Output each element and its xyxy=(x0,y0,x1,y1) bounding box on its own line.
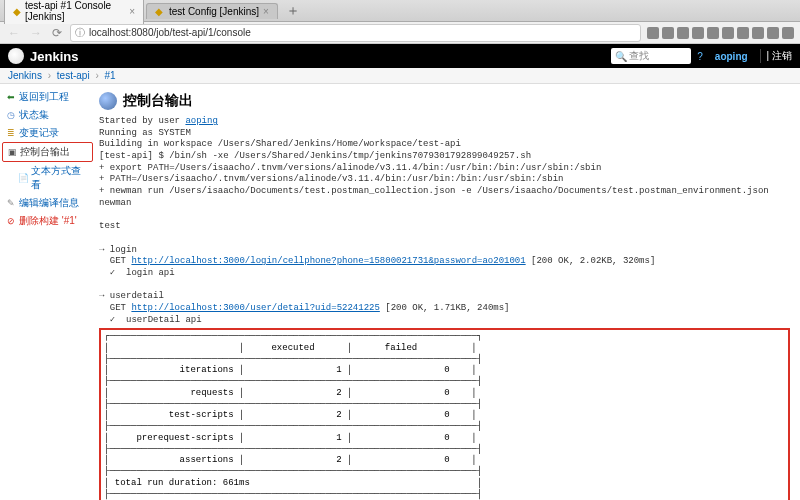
chevron-right-icon: › xyxy=(48,70,51,81)
jenkins-favicon-icon: ◆ xyxy=(13,6,21,16)
sidebar-item-label: 文本方式查看 xyxy=(31,164,89,192)
sidebar-item-back[interactable]: ⬅ 返回到工程 xyxy=(2,88,93,106)
extension-icon[interactable] xyxy=(767,27,779,39)
forward-button[interactable]: → xyxy=(28,26,44,40)
page-heading: 控制台输出 xyxy=(99,92,790,110)
crumb-job[interactable]: test-api xyxy=(57,70,90,81)
jenkins-header: Jenkins 🔍 查找 ? aoping | 注销 xyxy=(0,44,800,68)
browser-tab-active[interactable]: ◆ test-api #1 Console [Jenkins] × xyxy=(4,0,144,24)
detail-url-link[interactable]: http://localhost:3000/user/detail?uid=52… xyxy=(131,303,379,313)
extension-icon[interactable] xyxy=(707,27,719,39)
status-icon: ◷ xyxy=(6,110,16,120)
new-tab-button[interactable]: ＋ xyxy=(280,2,306,20)
sidebar-item-console[interactable]: ▣ 控制台输出 xyxy=(2,142,93,162)
breadcrumb: Jenkins › test-api › #1 xyxy=(0,68,800,84)
console-output: Started by user aoping Running as SYSTEM… xyxy=(99,116,790,326)
extension-icon[interactable] xyxy=(692,27,704,39)
user-link[interactable]: aoping xyxy=(185,116,217,126)
address-input[interactable] xyxy=(89,27,636,38)
crumb-build[interactable]: #1 xyxy=(105,70,116,81)
jenkins-logo-icon[interactable] xyxy=(8,48,24,64)
extension-icon[interactable] xyxy=(737,27,749,39)
sidebar-item-status[interactable]: ◷ 状态集 xyxy=(2,106,93,124)
extension-icon[interactable] xyxy=(752,27,764,39)
main-content: 控制台输出 Started by user aoping Running as … xyxy=(95,84,800,500)
document-icon: 📄 xyxy=(18,173,28,183)
extension-icon[interactable] xyxy=(647,27,659,39)
user-link[interactable]: aoping xyxy=(709,51,754,62)
help-icon[interactable]: ? xyxy=(697,51,703,62)
extension-icon[interactable] xyxy=(662,27,674,39)
chevron-right-icon: › xyxy=(95,70,98,81)
search-box[interactable]: 🔍 查找 xyxy=(611,48,691,64)
extension-icon[interactable] xyxy=(677,27,689,39)
address-bar[interactable]: ⓘ xyxy=(70,24,641,42)
newman-summary-table: ┌───────────────────────────────────────… xyxy=(99,328,790,500)
login-url-link[interactable]: http://localhost:3000/login/cellphone?ph… xyxy=(131,256,525,266)
search-icon: 🔍 xyxy=(615,51,627,62)
browser-tab-inactive[interactable]: ◆ test Config [Jenkins] × xyxy=(146,3,278,19)
extension-icon[interactable] xyxy=(722,27,734,39)
logout-link[interactable]: | 注销 xyxy=(760,49,792,63)
reload-button[interactable]: ⟳ xyxy=(50,26,64,40)
sidebar-item-changes[interactable]: ≣ 变更记录 xyxy=(2,124,93,142)
sidebar-item-delete[interactable]: ⊘ 删除构建 '#1' xyxy=(2,212,93,230)
sidebar-item-label: 编辑编译信息 xyxy=(19,196,79,210)
jenkins-title[interactable]: Jenkins xyxy=(30,49,78,64)
build-status-orb-icon xyxy=(99,92,117,110)
sidebar: ⬅ 返回到工程 ◷ 状态集 ≣ 变更记录 ▣ 控制台输出 📄 文本方式查看 ✎ … xyxy=(0,84,95,500)
edit-icon: ✎ xyxy=(6,198,16,208)
jenkins-favicon-icon: ◆ xyxy=(155,6,165,16)
sidebar-item-textview[interactable]: 📄 文本方式查看 xyxy=(2,162,93,194)
extension-tray xyxy=(647,27,794,39)
close-icon[interactable]: × xyxy=(263,6,269,17)
sidebar-item-editinfo[interactable]: ✎ 编辑编译信息 xyxy=(2,194,93,212)
crumb-jenkins[interactable]: Jenkins xyxy=(8,70,42,81)
close-icon[interactable]: × xyxy=(129,6,135,17)
back-arrow-icon: ⬅ xyxy=(6,92,16,102)
tab-title: test-api #1 Console [Jenkins] xyxy=(25,0,125,22)
tab-title: test Config [Jenkins] xyxy=(169,6,259,17)
sidebar-item-label: 删除构建 '#1' xyxy=(19,214,77,228)
terminal-icon: ▣ xyxy=(7,147,17,157)
changes-icon: ≣ xyxy=(6,128,16,138)
extension-icon[interactable] xyxy=(782,27,794,39)
sidebar-item-label: 变更记录 xyxy=(19,126,59,140)
browser-nav-bar: ← → ⟳ ⓘ xyxy=(0,22,800,44)
browser-tab-bar: ◆ test-api #1 Console [Jenkins] × ◆ test… xyxy=(0,0,800,22)
info-icon: ⓘ xyxy=(75,26,85,40)
back-button[interactable]: ← xyxy=(6,26,22,40)
sidebar-item-label: 控制台输出 xyxy=(20,145,70,159)
page-title: 控制台输出 xyxy=(123,92,193,110)
sidebar-item-label: 返回到工程 xyxy=(19,90,69,104)
sidebar-item-label: 状态集 xyxy=(19,108,49,122)
delete-icon: ⊘ xyxy=(6,216,16,226)
search-placeholder: 查找 xyxy=(629,49,649,63)
